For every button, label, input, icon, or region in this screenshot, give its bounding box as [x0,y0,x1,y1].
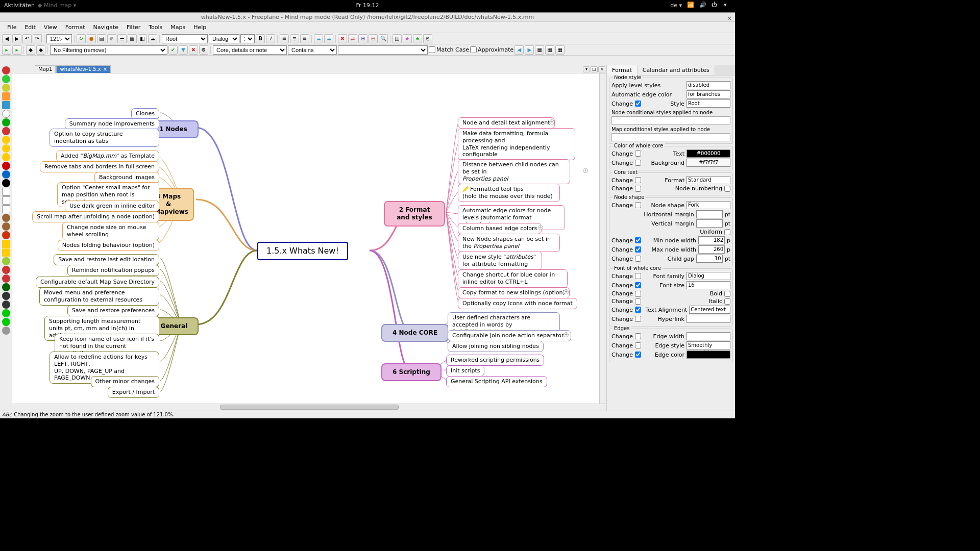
redo-icon[interactable]: ↷ [33,34,42,43]
chk-maxw[interactable] [635,246,641,253]
n2-child[interactable]: Node and detail text alignment [458,117,555,129]
val-style[interactable]: Root [687,99,730,108]
n3-child[interactable]: Added "BigMap.mm" as Template [56,151,159,162]
expand-icon[interactable]: + [538,225,543,230]
nodestyle-select[interactable]: Root [162,34,208,43]
chk-ff[interactable] [635,273,641,279]
li-24-icon[interactable] [2,266,10,274]
align-left-icon[interactable]: ≡ [280,34,289,43]
nav-back-icon[interactable]: ◀ [2,34,11,43]
expand-icon[interactable]: + [564,332,569,337]
italic-icon[interactable]: I [266,34,275,43]
chk-bg[interactable] [635,160,641,166]
chk-minw[interactable] [635,237,641,243]
tx7-icon[interactable]: ★ [403,34,412,43]
menu-file[interactable]: File [3,23,20,32]
n3-child[interactable]: Scroll map after unfolding a node (optio… [32,211,159,222]
fontsize-select[interactable]: 16 [240,34,255,43]
val-autoedge[interactable]: for branches [687,90,730,98]
mindmap-canvas[interactable]: 1.5.x Whats New! 1 Nodes 3 Maps & Mapvie… [12,73,606,404]
li-21-icon[interactable] [2,240,10,248]
chk-hyper[interactable] [635,316,641,322]
condmap-box[interactable] [611,133,730,141]
n5-child[interactable]: Moved menu and preference configuration … [39,287,159,306]
expand-icon[interactable]: + [583,168,588,173]
condnode-box[interactable] [611,116,730,124]
n5-child[interactable]: Configurable default Map Save Directory [36,277,159,288]
n3-child[interactable]: Background images [94,172,159,183]
li-14-icon[interactable] [2,179,10,187]
li-12-icon[interactable] [2,162,10,170]
tb-g-icon[interactable]: ◧ [138,34,147,43]
tx4-icon[interactable]: ⊟ [369,34,378,43]
chk-ec[interactable] [635,352,641,358]
tx2-icon[interactable]: ⇄ [348,34,357,43]
tb-h-icon[interactable]: ☁ [148,34,157,43]
chk-nnum-val[interactable] [724,186,730,192]
menu-tools[interactable]: Tools [144,23,166,32]
li-25-icon[interactable] [2,274,10,283]
val-ff[interactable]: Dialog [687,272,730,280]
swatch-bg[interactable]: #f7f7f7 [687,159,730,167]
li-26-icon[interactable] [2,283,10,291]
val-align[interactable]: Centered text [689,306,730,314]
li-7-icon[interactable] [2,118,10,127]
tx9-icon[interactable]: ⎘ [423,34,432,43]
bold-icon[interactable]: B [256,34,265,43]
menu-caret-icon[interactable]: ▾ [724,2,731,9]
cloud2-icon[interactable]: ☁ [324,34,333,43]
chk-uniform[interactable] [724,229,730,235]
find1-icon[interactable]: ◀ [514,45,524,55]
n5-child[interactable]: Save and restore last edit location [54,254,159,265]
chk-nnum[interactable] [635,186,641,192]
f5-icon[interactable]: ✔ [168,45,178,55]
chk-gap[interactable] [635,256,641,262]
expand-icon[interactable]: + [549,119,554,124]
menu-view[interactable]: View [40,23,61,32]
val-applylevel[interactable]: disabled [687,81,730,89]
f3-icon[interactable]: ◆ [26,45,35,55]
app-indicator[interactable]: ◆ Mind map ▾ [38,2,76,9]
scrollbar-v[interactable] [599,73,606,404]
volume-icon[interactable]: 🔊 [699,2,706,9]
cond-select[interactable]: Contains [288,45,337,55]
undo-icon[interactable]: ↶ [22,34,32,43]
f4-icon[interactable]: ◆ [36,45,45,55]
n2-child[interactable]: Column based edge colors [458,223,542,234]
li-3-icon[interactable] [2,84,10,92]
n3-child[interactable]: Use dark green in inline editor [65,201,159,212]
n2-child[interactable]: Use new style "attributes" for attribute… [458,252,542,270]
n2-child[interactable]: New Node shapes can be set in the Proper… [458,234,560,252]
val-fs[interactable]: 16 [687,281,730,289]
val-ew[interactable] [687,332,730,340]
li-23-icon[interactable] [2,257,10,265]
menu-edit[interactable]: Edit [20,23,39,32]
val-minw[interactable]: 182 [698,236,725,244]
val-format[interactable]: Standard [687,176,730,184]
font-select[interactable]: Dialog [209,34,239,43]
value-select[interactable] [338,45,428,55]
tb-b-icon[interactable]: ● [87,34,96,43]
li-16-icon[interactable] [2,196,10,205]
chk-align[interactable] [635,307,641,313]
align-center-icon[interactable]: ≣ [290,34,299,43]
chk-italic[interactable] [635,298,641,305]
filter-select[interactable]: No Filtering (remove) [50,45,167,55]
chk-text[interactable] [635,151,641,157]
n4-child[interactable]: Configurable join node action separators [448,330,571,341]
n3-child[interactable]: Nodes folding behaviour (option) [58,240,159,251]
align-right-icon[interactable]: ≡ [300,34,309,43]
n3-child[interactable]: Remove tabs and borders in full screen [40,161,159,172]
f8-icon[interactable]: ⚙ [199,45,208,55]
menu-format[interactable]: Format [61,23,89,32]
li-6-icon[interactable] [2,110,10,118]
li-15-icon[interactable] [2,188,10,196]
li-2-icon[interactable] [2,75,10,83]
swatch-ec[interactable] [687,350,730,359]
li-9-icon[interactable] [2,136,10,144]
panel-close-icon[interactable]: × [598,66,605,72]
li-18-icon[interactable] [2,214,10,222]
n2-child[interactable]: Optionally copy icons with node format [458,298,577,309]
activities-button[interactable]: Aktivitäten [4,2,35,9]
scope-select[interactable]: Core, details or note [213,45,287,55]
